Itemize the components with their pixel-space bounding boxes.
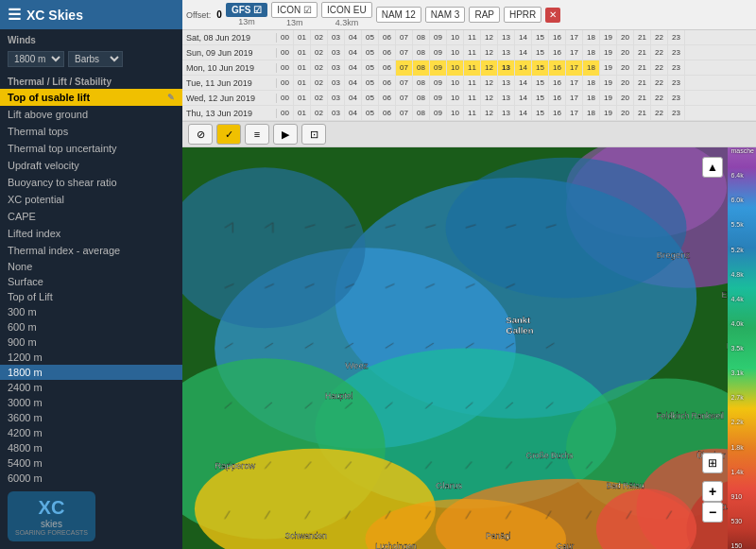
hour-cell-0-14[interactable]: 14	[515, 30, 532, 45]
hour-cell-2-14[interactable]: 14	[515, 60, 532, 76]
hour-cell-3-13[interactable]: 13	[498, 76, 515, 91]
hour-cell-1-11[interactable]: 11	[464, 45, 481, 60]
altitude-item-Top-of-Lift[interactable]: Top of Lift	[0, 289, 182, 304]
hour-cell-5-19[interactable]: 19	[600, 106, 617, 121]
hour-cell-1-18[interactable]: 18	[583, 45, 600, 60]
close-button[interactable]: ✕	[545, 8, 560, 23]
hour-cell-2-11[interactable]: 11	[464, 60, 481, 76]
hour-cell-1-14[interactable]: 14	[515, 45, 532, 60]
hour-cell-4-07[interactable]: 07	[396, 91, 413, 106]
scroll-up-button[interactable]: ▲	[702, 157, 723, 178]
hour-cell-4-02[interactable]: 02	[311, 91, 328, 106]
hour-cell-0-18[interactable]: 18	[583, 30, 600, 45]
hour-cell-0-13[interactable]: 13	[498, 30, 515, 45]
hour-cell-5-18[interactable]: 18	[583, 106, 600, 121]
wind-altitude-select[interactable]: 1800 m 500 m 1000 m 2000 m	[8, 51, 64, 67]
sidebar-item-thermal-top-uncertainty[interactable]: Thermal top uncertainty	[0, 140, 182, 157]
hour-cell-0-01[interactable]: 01	[294, 30, 311, 45]
hour-cell-5-03[interactable]: 03	[328, 106, 345, 121]
hour-cell-4-10[interactable]: 10	[447, 91, 464, 106]
hour-cell-4-14[interactable]: 14	[515, 91, 532, 106]
hour-cell-1-16[interactable]: 16	[549, 45, 566, 60]
hour-cell-2-17[interactable]: 17	[566, 60, 583, 76]
hour-cell-3-08[interactable]: 08	[413, 76, 430, 91]
hour-cell-3-18[interactable]: 18	[583, 76, 600, 91]
list-button[interactable]: ≡	[245, 124, 269, 145]
hour-cell-4-00[interactable]: 00	[277, 91, 294, 106]
hour-cell-2-04[interactable]: 04	[345, 60, 362, 76]
hour-cell-5-01[interactable]: 01	[294, 106, 311, 121]
hour-cell-0-03[interactable]: 03	[328, 30, 345, 45]
sidebar-item-thermal-index---average[interactable]: Thermal index - average	[0, 242, 182, 259]
sidebar-item-thermal-tops[interactable]: Thermal tops	[0, 123, 182, 140]
layers-button[interactable]: ⊞	[702, 453, 723, 473]
hour-cell-2-15[interactable]: 15	[532, 60, 549, 76]
hour-cell-4-18[interactable]: 18	[583, 91, 600, 106]
hour-cell-3-10[interactable]: 10	[447, 76, 464, 91]
hour-cell-1-04[interactable]: 04	[345, 45, 362, 60]
hour-cell-2-05[interactable]: 05	[362, 60, 379, 76]
check-button[interactable]: ✓	[216, 124, 241, 145]
hour-cell-1-19[interactable]: 19	[600, 45, 617, 60]
zoom-out-button[interactable]: −	[702, 502, 723, 523]
sidebar-item-cape[interactable]: CAPE	[0, 208, 182, 225]
altitude-item-5400-m[interactable]: 5400 m	[0, 455, 182, 471]
hour-cell-0-20[interactable]: 20	[617, 30, 634, 45]
model-button-icon[interactable]: ICON ☑	[271, 2, 318, 18]
hour-cell-2-01[interactable]: 01	[294, 60, 311, 76]
hour-cell-0-16[interactable]: 16	[549, 30, 566, 45]
hour-cell-2-02[interactable]: 02	[311, 60, 328, 76]
prev-day-button[interactable]: ⊘	[188, 124, 213, 145]
hour-cell-5-06[interactable]: 06	[379, 106, 396, 121]
model-button-hprr[interactable]: HPRR	[504, 7, 541, 23]
zoom-in-button[interactable]: +	[702, 481, 723, 502]
hour-cell-0-06[interactable]: 06	[379, 30, 396, 45]
hour-cell-5-20[interactable]: 20	[617, 106, 634, 121]
hour-cell-1-22[interactable]: 22	[651, 45, 668, 60]
hour-cell-3-00[interactable]: 00	[277, 76, 294, 91]
hour-cell-5-21[interactable]: 21	[634, 106, 651, 121]
sidebar-item-updraft-velocity[interactable]: Updraft velocity	[0, 157, 182, 174]
hour-cell-3-02[interactable]: 02	[311, 76, 328, 91]
hour-cell-2-06[interactable]: 06	[379, 60, 396, 76]
hour-cell-4-23[interactable]: 23	[668, 91, 685, 106]
hour-cell-2-09[interactable]: 09	[430, 60, 447, 76]
hour-cell-1-00[interactable]: 00	[277, 45, 294, 60]
hour-cell-0-10[interactable]: 10	[447, 30, 464, 45]
hour-cell-0-09[interactable]: 09	[430, 30, 447, 45]
hour-cell-5-13[interactable]: 13	[498, 106, 515, 121]
sidebar-item-lifted-index[interactable]: Lifted index	[0, 225, 182, 242]
hour-cell-1-21[interactable]: 21	[634, 45, 651, 60]
hour-cell-5-11[interactable]: 11	[464, 106, 481, 121]
hour-cell-3-22[interactable]: 22	[651, 76, 668, 91]
hour-cell-5-17[interactable]: 17	[566, 106, 583, 121]
hour-cell-1-05[interactable]: 05	[362, 45, 379, 60]
model-button-nam12[interactable]: NAM 12	[376, 7, 421, 23]
altitude-item-4800-m[interactable]: 4800 m	[0, 440, 182, 455]
hour-cell-0-21[interactable]: 21	[634, 30, 651, 45]
altitude-item-900-m[interactable]: 900 m	[0, 335, 182, 350]
hour-cell-4-05[interactable]: 05	[362, 91, 379, 106]
hour-cell-5-16[interactable]: 16	[549, 106, 566, 121]
hour-cell-2-18[interactable]: 18	[583, 60, 600, 76]
hour-cell-4-22[interactable]: 22	[651, 91, 668, 106]
hour-cell-1-08[interactable]: 08	[413, 45, 430, 60]
hour-cell-3-21[interactable]: 21	[634, 76, 651, 91]
hour-cell-1-07[interactable]: 07	[396, 45, 413, 60]
altitude-item-2400-m[interactable]: 2400 m	[0, 380, 182, 395]
hour-cell-2-00[interactable]: 00	[277, 60, 294, 76]
hour-cell-3-16[interactable]: 16	[549, 76, 566, 91]
hour-cell-1-02[interactable]: 02	[311, 45, 328, 60]
hour-cell-2-07[interactable]: 07	[396, 60, 413, 76]
altitude-item-3000-m[interactable]: 3000 m	[0, 395, 182, 410]
hour-cell-4-19[interactable]: 19	[600, 91, 617, 106]
altitude-item-4200-m[interactable]: 4200 m	[0, 425, 182, 440]
hour-cell-0-05[interactable]: 05	[362, 30, 379, 45]
hour-cell-5-09[interactable]: 09	[430, 106, 447, 121]
hour-cell-4-08[interactable]: 08	[413, 91, 430, 106]
hour-cell-5-10[interactable]: 10	[447, 106, 464, 121]
hour-cell-4-04[interactable]: 04	[345, 91, 362, 106]
hour-cell-2-03[interactable]: 03	[328, 60, 345, 76]
hour-cell-1-17[interactable]: 17	[566, 45, 583, 60]
hour-cell-0-11[interactable]: 11	[464, 30, 481, 45]
